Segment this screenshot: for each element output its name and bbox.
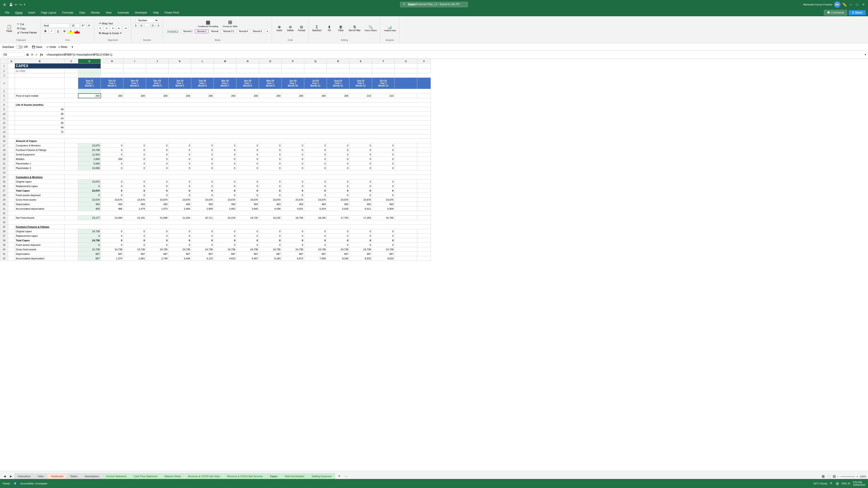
cell-n4[interactable]: Apr-24Year 1Month 8 <box>237 78 259 89</box>
cell-u6[interactable] <box>395 94 417 98</box>
cell-b8[interactable]: Life of Assets (months) <box>15 103 65 107</box>
cell-s4[interactable]: Sep-24Year 2Month 13 <box>349 78 372 89</box>
sheet-nav-left[interactable]: ◄ <box>2 474 8 479</box>
cell-h1[interactable] <box>101 64 123 69</box>
customize-icon[interactable]: ▾ <box>24 3 25 6</box>
menu-view[interactable]: View <box>103 10 114 15</box>
cell-b1[interactable]: CAPEX <box>15 64 101 69</box>
formula-input[interactable] <box>45 53 863 57</box>
insert-cells-button[interactable]: ⊕ Insert <box>274 24 284 33</box>
cell-c2[interactable] <box>65 69 78 73</box>
format-as-table-button[interactable]: ⊞ Format as Table <box>221 18 239 29</box>
cell-a2[interactable] <box>8 69 15 73</box>
tab-index[interactable]: Index <box>34 473 47 479</box>
comma-button[interactable]: , <box>145 24 150 28</box>
maximize-button[interactable]: □ <box>855 2 860 7</box>
indent-decrease-button[interactable]: ⇤ <box>116 26 122 31</box>
tab-income-statement[interactable]: Income Statement <box>103 473 130 479</box>
cell-b25[interactable]: Original capex <box>15 180 65 184</box>
border-button[interactable]: ⊞ <box>62 29 67 34</box>
cell-m4[interactable]: Mar-24Year 1Month 7 <box>214 78 237 89</box>
cell-p1[interactable] <box>282 64 304 69</box>
font-size-input[interactable] <box>71 24 80 28</box>
cell-n1[interactable] <box>237 64 259 69</box>
tab-instructions[interactable]: Instructions <box>14 473 34 479</box>
cell-p4[interactable]: Jun-24Year 1Month 10 <box>282 78 304 89</box>
col-header-r[interactable]: R <box>327 59 349 64</box>
cell-b29[interactable]: Gross fixed assets <box>15 197 65 202</box>
menu-help[interactable]: Help <box>150 10 161 15</box>
cell-a6[interactable] <box>8 94 15 98</box>
cell-k2[interactable] <box>168 69 191 73</box>
cell-g17[interactable]: 23,670 <box>78 143 101 148</box>
cell-j6[interactable]: 200 <box>146 94 168 98</box>
tab-balance-sheet[interactable]: Balance Sheet <box>161 473 184 479</box>
cell-u2[interactable] <box>395 69 417 73</box>
cell-u4[interactable] <box>395 78 417 89</box>
fill-button[interactable]: ⬇ Fill <box>324 24 334 33</box>
cell-b22[interactable]: Placeholder 2 <box>15 166 65 170</box>
cell-r6[interactable]: 200 <box>327 94 349 98</box>
cell-c3[interactable] <box>65 73 78 78</box>
cell-t2[interactable] <box>372 69 395 73</box>
tab-revenue-nail[interactable]: Revenue & COGS-Nail Services <box>224 473 266 479</box>
cell-s6[interactable]: 210 <box>349 94 372 98</box>
minimize-button[interactable]: ─ <box>848 2 853 7</box>
col-header-o[interactable]: O <box>259 59 282 64</box>
cell-b4[interactable] <box>15 78 65 89</box>
cell-b31[interactable]: Accumulated depreciation <box>15 206 65 211</box>
cell-h3-span[interactable] <box>101 73 372 78</box>
col-header-s[interactable]: S <box>349 59 372 64</box>
cell-g6[interactable]: 200 <box>78 94 101 98</box>
menu-home[interactable]: Home <box>12 10 25 15</box>
normal4-style[interactable]: Normal 4 <box>237 29 250 33</box>
col-header-j[interactable]: J <box>146 59 168 64</box>
fill-color-button[interactable]: A <box>68 29 73 34</box>
cell-p2[interactable] <box>282 69 304 73</box>
cell-o4[interactable]: May-24Year 1Month 9 <box>259 78 282 89</box>
cell-b13[interactable]: 48 <box>15 125 65 130</box>
col-header-c[interactable]: C <box>65 59 78 64</box>
pen-icon[interactable]: ✏️ <box>842 2 847 7</box>
cell-b39[interactable]: Fixed assets disposed <box>15 242 65 247</box>
tab-dashboard[interactable]: Dashboard <box>48 473 67 479</box>
cell-o6[interactable]: 200 <box>259 94 282 98</box>
menu-file[interactable]: File <box>2 10 12 15</box>
sheet-more-button[interactable]: ··· <box>343 474 349 479</box>
decimal-increase-button[interactable]: .0+ <box>150 24 155 28</box>
col-header-l[interactable]: L <box>191 59 214 64</box>
cell-s2[interactable] <box>349 69 372 73</box>
wrap-text-button[interactable]: ⏎ Wrap Text <box>97 22 114 25</box>
number-format-dropdown[interactable]: Number <box>136 18 158 23</box>
cell-k6[interactable]: 200 <box>168 94 191 98</box>
cell-k4[interactable]: Jan-24Year 1Month 5 <box>168 78 191 89</box>
cell-v1[interactable] <box>417 64 431 69</box>
cell-l1[interactable] <box>191 64 214 69</box>
font-name-input[interactable] <box>43 24 70 28</box>
cell-b21[interactable]: Placeholder 1 <box>15 161 65 166</box>
cell-h5[interactable] <box>101 89 123 94</box>
cell-reference-box[interactable] <box>2 52 24 57</box>
formula-cancel-icon[interactable]: ✕ <box>31 53 33 57</box>
cell-t4[interactable]: Oct-24Year 2Month 14 <box>372 78 395 89</box>
close-button[interactable]: × <box>861 2 866 7</box>
autosave-toggle[interactable]: Off <box>16 45 28 49</box>
cell-m2[interactable] <box>214 69 237 73</box>
cell-g2[interactable] <box>78 69 101 73</box>
format-painter-button[interactable]: 🖌 Format Painter <box>16 31 38 34</box>
col-header-i[interactable]: I <box>123 59 146 64</box>
cell-v2[interactable] <box>417 69 431 73</box>
sheet-add-button[interactable]: + <box>336 473 342 479</box>
redo-button-qs[interactable]: ↪ Redo <box>58 45 67 48</box>
cell-b18[interactable]: Furniture Fixtures & Fittings <box>15 148 65 152</box>
bold-button[interactable]: B <box>43 29 48 34</box>
cell-v6[interactable] <box>417 94 431 98</box>
col-header-a[interactable]: A <box>8 59 15 64</box>
formula-expand-arrow[interactable]: ▾ <box>865 53 866 56</box>
cut-button[interactable]: ✂ Cut <box>16 22 38 26</box>
normal2-style[interactable]: Normal 2 <box>181 29 195 33</box>
cell-b41[interactable]: Depreciation <box>15 252 65 256</box>
cell-t6[interactable]: 210 <box>372 94 395 98</box>
cell-a8[interactable] <box>8 103 15 107</box>
cell-v4[interactable] <box>417 78 431 89</box>
